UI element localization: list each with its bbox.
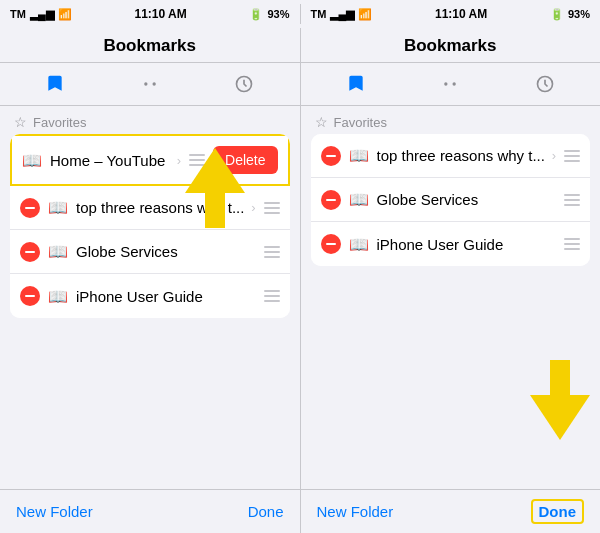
delete-button-home[interactable]: Delete (213, 146, 277, 174)
panels: Bookmarks ☆ Favorites 📖 Home – YouTube (0, 28, 600, 489)
svg-point-7 (444, 82, 447, 85)
drag-handle-globe-r[interactable] (564, 194, 580, 206)
svg-point-8 (453, 82, 456, 85)
drag-handle-iphone[interactable] (264, 290, 280, 302)
panel-left-header: Bookmarks (0, 28, 300, 63)
battery-icon-right: 🔋 (550, 8, 564, 21)
bookmark-text-top-three-r: top three reasons why t... (377, 147, 548, 164)
favorites-right: ☆ Favorites (301, 106, 601, 134)
bookmark-item-globe[interactable]: 📖 Globe Services (10, 230, 290, 274)
tab-history-left[interactable] (197, 69, 292, 99)
book-icon-iphone-r: 📖 (349, 235, 369, 254)
carrier-left: TM (10, 8, 26, 20)
drag-handle-top-three-r[interactable] (564, 150, 580, 162)
bookmark-text-globe-r: Globe Services (377, 191, 557, 208)
panel-right-header: Bookmarks (301, 28, 601, 63)
tab-bookmarks-right[interactable] (309, 69, 404, 99)
tab-bookmarks-left[interactable] (8, 69, 103, 99)
bookmark-item-globe-r[interactable]: 📖 Globe Services (311, 178, 591, 222)
minus-btn-top-three[interactable] (20, 198, 40, 218)
bookmark-item-iphone-r[interactable]: 📖 iPhone User Guide (311, 222, 591, 266)
time-right: 11:10 AM (435, 7, 487, 21)
wifi-icon-r: 📶 (358, 8, 372, 21)
new-folder-btn-right[interactable]: New Folder (317, 503, 394, 520)
book-icon-iphone: 📖 (48, 287, 68, 306)
bookmark-text-top-three: top three reasons why t... (76, 199, 247, 216)
tab-reading-left[interactable] (103, 69, 198, 99)
favorites-label-right: Favorites (334, 115, 387, 130)
minus-btn-top-three-r[interactable] (321, 146, 341, 166)
drag-handle-globe[interactable] (264, 246, 280, 258)
battery-left: 93% (267, 8, 289, 20)
minus-btn-iphone[interactable] (20, 286, 40, 306)
tab-reading-right[interactable] (403, 69, 498, 99)
bookmark-text-iphone-r: iPhone User Guide (377, 236, 557, 253)
favorites-label-left: Favorites (33, 115, 86, 130)
bookmark-list-left: 📖 Home – YouTube › Delete 📖 top three re… (10, 134, 290, 318)
minus-btn-globe-r[interactable] (321, 190, 341, 210)
svg-point-5 (152, 82, 155, 85)
favorites-star-right: ☆ (315, 114, 328, 130)
done-btn-left[interactable]: Done (248, 503, 284, 520)
tabs-right (301, 63, 601, 106)
minus-btn-globe[interactable] (20, 242, 40, 262)
tabs-left (0, 63, 300, 106)
book-icon-home: 📖 (22, 151, 42, 170)
chevron-top-three: › (251, 200, 255, 215)
favorites-left: ☆ Favorites (0, 106, 300, 134)
status-bar-right: TM ▂▄▆ 📶 11:10 AM 🔋 93% (301, 0, 601, 28)
signal-icon-r: ▂▄▆ (330, 8, 354, 21)
bookmark-item-home-youtube[interactable]: 📖 Home – YouTube › Delete (10, 134, 290, 186)
bookmark-item-top-three[interactable]: 📖 top three reasons why t... › (10, 186, 290, 230)
chevron-home: › (177, 153, 181, 168)
status-bars: TM ▂▄▆ 📶 11:10 AM 🔋 93% TM ▂▄▆ 📶 11:10 A… (0, 0, 600, 28)
status-bar-left: TM ▂▄▆ 📶 11:10 AM 🔋 93% (0, 0, 300, 28)
drag-handle-iphone-r[interactable] (564, 238, 580, 250)
bottom-panel-left: New Folder Done (0, 490, 301, 533)
time-left: 11:10 AM (134, 7, 186, 21)
signal-icon: ▂▄▆ (30, 8, 54, 21)
bookmark-item-iphone[interactable]: 📖 iPhone User Guide (10, 274, 290, 318)
bookmark-text-iphone: iPhone User Guide (76, 288, 256, 305)
panel-right: Bookmarks ☆ Favorites 📖 top three r (301, 28, 601, 489)
wifi-icon: 📶 (58, 8, 72, 21)
favorites-star-left: ☆ (14, 114, 27, 130)
minus-btn-iphone-r[interactable] (321, 234, 341, 254)
bookmark-list-right: 📖 top three reasons why t... › 📖 Globe S… (311, 134, 591, 266)
tab-history-right[interactable] (498, 69, 593, 99)
book-icon-top-three: 📖 (48, 198, 68, 217)
book-icon-top-three-r: 📖 (349, 146, 369, 165)
bookmark-text-globe: Globe Services (76, 243, 256, 260)
drag-handle-top-three[interactable] (264, 202, 280, 214)
done-btn-right[interactable]: Done (531, 499, 585, 524)
bottom-bars: New Folder Done New Folder Done (0, 489, 600, 533)
bookmark-text-home: Home – YouTube (50, 152, 173, 169)
bottom-panel-right: New Folder Done (301, 490, 601, 533)
new-folder-btn-left[interactable]: New Folder (16, 503, 93, 520)
panel-left: Bookmarks ☆ Favorites 📖 Home – YouTube (0, 28, 301, 489)
battery-icon-left: 🔋 (249, 8, 263, 21)
book-icon-globe: 📖 (48, 242, 68, 261)
book-icon-globe-r: 📖 (349, 190, 369, 209)
battery-right: 93% (568, 8, 590, 20)
chevron-top-three-r: › (552, 148, 556, 163)
bookmark-item-top-three-r[interactable]: 📖 top three reasons why t... › (311, 134, 591, 178)
svg-point-4 (144, 82, 147, 85)
drag-handle-home[interactable] (189, 154, 205, 166)
carrier-right: TM (311, 8, 327, 20)
